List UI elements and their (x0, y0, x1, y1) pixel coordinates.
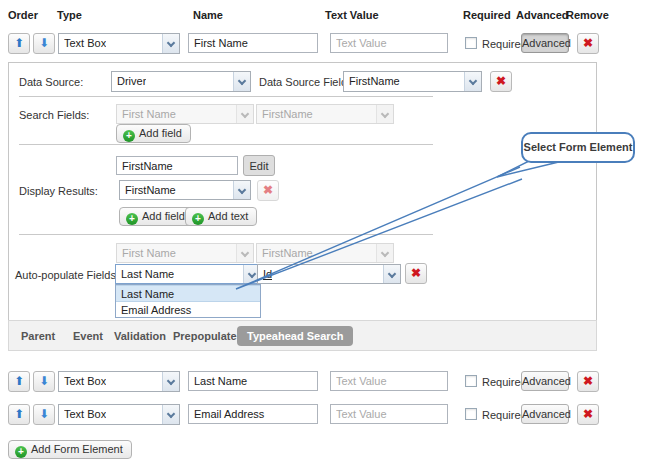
column-header-text-value: Text Value (325, 9, 379, 21)
auto-populate-open-value: Last Name (121, 268, 174, 280)
data-source-field-label: Data Source Field: (259, 76, 350, 88)
move-down-button[interactable]: ⬇ (33, 371, 55, 392)
required-label: Required (482, 38, 527, 50)
tab-prepopulate[interactable]: Prepopulate (173, 330, 237, 342)
move-up-button[interactable]: ⬆ (8, 404, 30, 425)
remove-auto-populate-button[interactable]: ✖ (405, 263, 427, 284)
auto-populate-2-value: FirstName (262, 247, 313, 259)
search-fields-label: Search Fields: (19, 109, 89, 121)
required-label: Required (482, 409, 527, 421)
dropdown-option-email-address[interactable]: Email Address (116, 302, 260, 318)
chevron-down-icon (383, 265, 400, 283)
type-select-value: Text Box (64, 408, 106, 420)
tab-parent[interactable]: Parent (21, 330, 55, 342)
move-down-button[interactable]: ⬇ (33, 33, 55, 54)
column-header-order: Order (8, 9, 38, 21)
advanced-button[interactable]: Advanced (521, 371, 569, 391)
chevron-down-icon (376, 244, 393, 262)
add-plus-icon: + (126, 213, 138, 225)
section-divider (19, 96, 433, 97)
remove-data-source-button[interactable]: ✖ (490, 71, 512, 92)
data-source-select[interactable]: Driver (111, 71, 251, 92)
add-form-element-button[interactable]: +Add Form Element (8, 440, 132, 459)
name-input[interactable] (188, 404, 318, 424)
name-input[interactable] (188, 33, 318, 53)
form-element-row-first-name: ⬆ ⬇ Text Box Required Advanced ✖ (8, 33, 608, 55)
chevron-down-icon (162, 405, 179, 424)
data-source-field-select[interactable]: FirstName (343, 71, 482, 92)
search-field-2-value: FirstName (262, 108, 313, 120)
up-arrow-icon: ⬆ (14, 374, 24, 388)
text-value-input[interactable] (330, 33, 448, 53)
text-value-input[interactable] (330, 404, 448, 424)
callout-text: Select Form Element (524, 141, 633, 153)
tab-event[interactable]: Event (73, 330, 103, 342)
add-field-label: Add field (139, 127, 182, 139)
chevron-down-icon (233, 181, 250, 199)
search-field-select-2: FirstName (256, 104, 394, 124)
auto-populate-id-select[interactable]: Id (257, 264, 401, 284)
up-arrow-icon: ⬆ (14, 407, 24, 421)
form-element-row-email-address: ⬆ ⬇ Text Box Required Advanced ✖ (8, 404, 608, 426)
name-input[interactable] (188, 371, 318, 391)
dropdown-option-last-name[interactable]: Last Name (116, 285, 260, 302)
text-value-input[interactable] (330, 371, 448, 391)
move-up-button[interactable]: ⬆ (8, 33, 30, 54)
auto-populate-open-select[interactable]: Last Name (115, 264, 261, 284)
auto-populate-id-value: Id (263, 268, 272, 280)
data-source-value: Driver (117, 75, 146, 87)
type-select[interactable]: Text Box (58, 371, 180, 392)
advanced-button[interactable]: Advanced (521, 33, 569, 53)
advanced-button[interactable]: Advanced (521, 404, 569, 424)
down-arrow-icon: ⬇ (39, 374, 49, 388)
search-field-1-value: First Name (122, 108, 176, 120)
tab-validation[interactable]: Validation (114, 330, 166, 342)
remove-button[interactable]: ✖ (577, 404, 599, 425)
data-source-field-value: FirstName (349, 75, 400, 87)
form-builder: Order Type Name Text Value Required Adva… (0, 0, 650, 471)
remove-button[interactable]: ✖ (577, 371, 599, 392)
chevron-down-icon (236, 105, 253, 123)
move-down-button[interactable]: ⬇ (33, 404, 55, 425)
tab-typeahead-search[interactable]: Typeahead Search (237, 326, 353, 346)
down-arrow-icon: ⬇ (39, 36, 49, 50)
type-select[interactable]: Text Box (58, 404, 180, 425)
remove-x-icon: ✖ (263, 183, 273, 197)
type-select-value: Text Box (64, 37, 106, 49)
move-up-button[interactable]: ⬆ (8, 371, 30, 392)
chevron-down-icon (162, 34, 179, 53)
remove-x-icon: ✖ (583, 407, 593, 421)
section-divider (19, 144, 433, 145)
section-divider (19, 234, 433, 235)
type-select[interactable]: Text Box (58, 33, 180, 54)
remove-display-result-button[interactable]: ✖ (257, 180, 279, 201)
search-field-select-1: First Name (116, 104, 254, 124)
column-header-name: Name (193, 9, 223, 21)
display-result-select[interactable]: FirstName (119, 180, 251, 200)
required-checkbox[interactable] (465, 37, 477, 49)
column-header-required: Required (463, 9, 511, 21)
column-header-type: Type (57, 9, 82, 21)
add-display-text-button[interactable]: +Add text (185, 207, 257, 226)
add-text-label: Add text (208, 210, 248, 222)
remove-x-icon: ✖ (496, 74, 506, 88)
auto-populate-select-2: FirstName (256, 243, 394, 263)
auto-populate-1-value: First Name (122, 247, 176, 259)
add-display-field-button[interactable]: +Add field (119, 207, 194, 226)
required-checkbox[interactable] (465, 408, 477, 420)
auto-populate-select-1: First Name (116, 243, 254, 263)
chevron-down-icon (236, 244, 253, 262)
chevron-down-icon (233, 72, 250, 91)
type-select-value: Text Box (64, 375, 106, 387)
edit-button[interactable]: Edit (243, 155, 275, 176)
required-checkbox[interactable] (465, 375, 477, 387)
add-search-field-button[interactable]: +Add field (116, 124, 191, 143)
add-form-element-label: Add Form Element (31, 443, 123, 455)
column-header-advanced: Advanced (516, 9, 569, 21)
display-result-input[interactable] (116, 156, 238, 175)
panel-tab-bar: Parent Event Validation Prepopulate Type… (8, 320, 597, 351)
typeahead-search-panel: Data Source: Driver Data Source Field: F… (8, 62, 597, 321)
down-arrow-icon: ⬇ (39, 407, 49, 421)
up-arrow-icon: ⬆ (14, 36, 24, 50)
remove-button[interactable]: ✖ (577, 33, 599, 54)
